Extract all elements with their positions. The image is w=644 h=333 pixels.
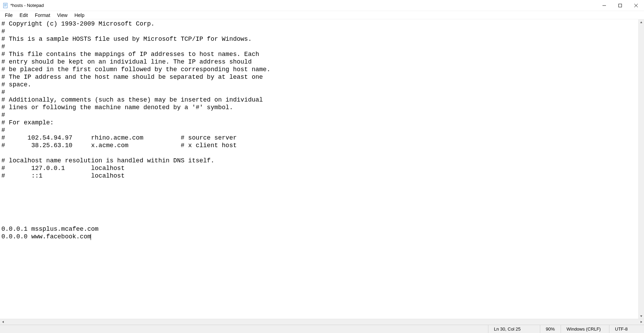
scroll-up-arrow-icon[interactable] [638,19,644,25]
status-zoom: 90% [540,325,561,333]
horizontal-scrollbar[interactable] [0,319,644,325]
menu-help[interactable]: Help [71,12,88,19]
minimize-button[interactable] [596,0,612,11]
maximize-button[interactable] [612,0,628,11]
vertical-scrollbar[interactable] [638,19,644,319]
svg-marker-9 [640,21,642,23]
scroll-right-arrow-icon[interactable] [638,319,644,325]
scroll-left-arrow-icon[interactable] [0,319,6,325]
svg-marker-12 [641,321,642,323]
text-editor[interactable]: # Copyright (c) 1993-2009 Microsoft Corp… [0,19,644,319]
text-caret [91,234,91,240]
status-line-ending: Windows (CRLF) [561,325,609,333]
svg-rect-6 [619,4,622,7]
window-title: *hosts - Notepad [10,3,44,8]
window-controls [596,0,644,11]
status-encoding: UTF-8 [609,325,644,333]
menu-bar: File Edit Format View Help [0,11,644,19]
editor-area: # Copyright (c) 1993-2009 Microsoft Corp… [0,19,644,319]
scroll-down-arrow-icon[interactable] [638,313,644,319]
menu-view[interactable]: View [54,12,71,19]
title-bar: *hosts - Notepad [0,0,644,11]
notepad-icon [3,3,8,8]
status-cursor-position: Ln 30, Col 25 [488,325,540,333]
close-button[interactable] [628,0,644,11]
menu-edit[interactable]: Edit [16,12,31,19]
editor-content: # Copyright (c) 1993-2009 Microsoft Corp… [1,20,270,240]
menu-file[interactable]: File [1,12,16,19]
svg-marker-10 [640,315,642,317]
menu-format[interactable]: Format [31,12,54,19]
svg-marker-11 [2,321,4,323]
status-bar: Ln 30, Col 25 90% Windows (CRLF) UTF-8 [0,325,644,333]
status-spacer [0,325,488,333]
